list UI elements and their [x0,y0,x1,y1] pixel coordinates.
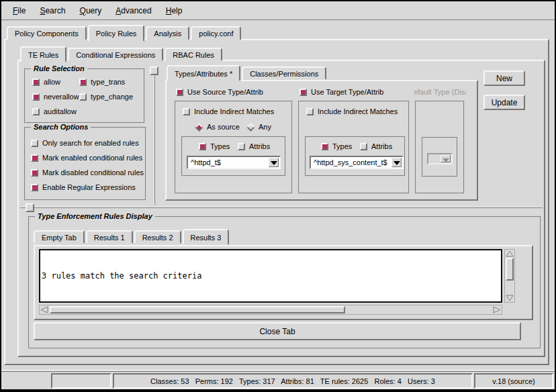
scroll-down-icon[interactable] [506,295,514,301]
checkbox-auditallow[interactable]: auditallow [32,107,77,115]
checkbox-label: Mark enabled conditional rules [42,154,142,162]
menu-advanced[interactable]: Advanced [109,5,157,17]
checkbox-label: auditallow [44,107,77,115]
horizontal-scroll-thumb[interactable] [50,306,345,313]
new-button[interactable]: New [483,70,525,86]
checkbox-indicator [199,143,206,150]
tab-policy-components[interactable]: Policy Components [7,26,87,40]
tab-policy-rules[interactable]: Policy Rules [88,25,145,42]
tab-policy-conf[interactable]: policy.conf [191,26,241,40]
checkbox-mark-enabled[interactable]: Mark enabled conditional rules [31,154,142,162]
target-group: Include Indirect Matches Types Attribs ^… [298,101,410,194]
chevron-down-icon [441,155,451,162]
checkbox-type-change[interactable]: type_change [79,93,133,101]
tab-types-attributes[interactable]: Types/Attributes * [167,65,240,81]
tab-analysis[interactable]: Analysis [146,26,189,40]
status-left-box [51,373,111,389]
checkbox-label: Attribs [249,142,270,150]
te-rules-display-frame: Type Enforcement Rules Display Empty Tab… [28,216,541,349]
default-type-group [415,101,465,194]
checkbox-allow[interactable]: allow [32,78,60,86]
checkbox-source-indirect[interactable]: Include Indirect Matches [183,107,274,115]
source-group: Include Indirect Matches As source Any T… [175,101,293,194]
vertical-sash[interactable] [154,67,155,205]
checkbox-indicator [31,140,38,147]
checkbox-indicator [306,108,314,115]
chevron-down-icon[interactable] [269,158,279,167]
checkbox-use-target[interactable]: Use Target Type/Attrib [299,88,383,96]
chevron-down-icon[interactable] [391,158,402,167]
radio-as-source[interactable]: As source [195,123,240,131]
checkbox-label: Include Indirect Matches [318,107,398,115]
checkbox-indicator [31,184,38,191]
menu-file[interactable]: File [7,5,32,17]
scroll-up-icon[interactable] [506,250,514,257]
update-button[interactable]: Update [483,95,525,110]
default-type-label: Default Type (Disabled) [414,88,466,96]
close-tab-button[interactable]: Close Tab [34,322,521,340]
checkbox-label: Types [332,142,352,150]
checkbox-indicator [32,108,40,115]
checkbox-indicator [32,93,40,101]
menubar: File Search Query Advanced Help [1,1,555,21]
ta-panel: Use Source Type/Attrib Include Indirect … [165,80,478,201]
checkbox-target-indirect[interactable]: Include Indirect Matches [306,107,398,115]
checkbox-indicator [79,79,87,86]
tab-rbac-rules[interactable]: RBAC Rules [165,48,222,61]
scroll-left-icon[interactable] [40,306,48,313]
tab-te-rules[interactable]: TE Rules [20,46,66,62]
tab-results-2[interactable]: Results 2 [134,230,181,244]
checkbox-label: allow [44,78,60,86]
tab-results-3[interactable]: Results 3 [183,229,230,245]
checkbox-type-trans[interactable]: type_trans [79,78,125,86]
menu-help[interactable]: Help [160,5,189,17]
results-summary: 3 rules match the search criteria [42,271,500,281]
default-type-combobox [427,153,453,164]
rule-selection-frame: Rule Selection allow type_trans neverall… [24,68,145,124]
main-tabbar: Policy Components Policy Rules Analysis … [7,25,242,40]
vertical-sash-handle[interactable] [150,66,158,75]
checkbox-neverallow[interactable]: neverallow [32,93,79,101]
default-type-inner-group [422,137,458,177]
checkbox-indicator [79,93,87,101]
horizontal-scrollbar[interactable] [39,305,502,315]
checkbox-mark-disabled[interactable]: Mark disabled conditional rules [31,168,144,177]
checkbox-use-source[interactable]: Use Source Type/Attrib [176,88,263,96]
checkbox-source-attribs[interactable]: Attribs [238,142,270,150]
checkbox-regex[interactable]: Enable Regular Expressions [31,183,136,191]
results-textarea[interactable]: 3 rules match the search criteria (5822)… [39,249,502,303]
menu-query[interactable]: Query [74,5,108,17]
horizontal-sash[interactable] [20,207,543,208]
results-blank-line [42,301,500,303]
menu-search[interactable]: Search [34,5,71,17]
horizontal-sash-handle[interactable] [26,203,34,212]
checkbox-source-types[interactable]: Types [199,142,230,150]
checkbox-label: Types [210,142,230,150]
default-type-label-text: Default Type (Disabled) [414,88,466,96]
scroll-right-icon[interactable] [493,306,501,313]
checkbox-indicator [31,169,38,177]
tab-conditional-expressions[interactable]: Conditional Expressions [68,48,163,61]
target-type-combobox[interactable]: ^httpd_sys_content_t$ [310,156,404,169]
tab-results-1[interactable]: Results 1 [86,230,133,244]
radio-label: As source [207,123,240,131]
checkbox-label: type_trans [91,78,125,86]
checkbox-only-enabled[interactable]: Only search for enabled rules [31,139,139,147]
apol-window: File Search Query Advanced Help Policy C… [0,0,556,392]
checkbox-label: Use Source Type/Attrib [187,88,263,96]
source-type-combobox[interactable]: ^httpd_t$ [187,156,281,169]
checkbox-indicator [238,143,245,150]
vertical-scroll-thumb[interactable] [506,258,514,281]
source-types-group: Types Attribs ^httpd_t$ [181,136,286,177]
radio-any[interactable]: Any [246,123,271,131]
checkbox-target-attribs[interactable]: Attribs [360,142,392,150]
checkbox-target-types[interactable]: Types [321,142,352,150]
vertical-scrollbar[interactable] [504,249,515,303]
status-stats: Classes: 53 Perms: 192 Types: 317 Attrib… [113,373,473,389]
radio-indicator [195,123,203,132]
tab-classes-permissions[interactable]: Classes/Permissions [242,66,326,80]
checkbox-label: Attribs [371,142,392,150]
statusbar-separator [1,370,555,372]
tab-empty-tab[interactable]: Empty Tab [34,230,85,244]
checkbox-indicator [360,143,367,150]
